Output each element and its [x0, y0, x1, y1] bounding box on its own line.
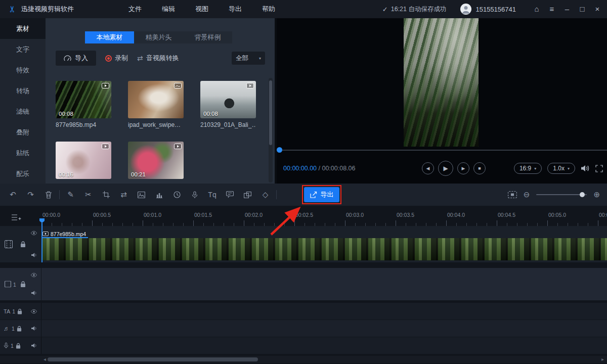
mirror-button[interactable]: ⇄	[115, 187, 133, 202]
sidebar-item-text[interactable]: 文字	[0, 39, 46, 60]
subtitle-button[interactable]: Tq	[203, 187, 221, 202]
media-item[interactable]: 00:08 877e985b.mp4	[56, 81, 111, 128]
video-track-lane[interactable]: 877e985b.mp4	[41, 226, 607, 262]
lock-icon[interactable]	[16, 343, 21, 349]
lock-icon[interactable]	[20, 241, 26, 248]
export-button[interactable]: 导出	[304, 187, 339, 202]
picture-button[interactable]	[133, 187, 150, 202]
clip-filmstrip[interactable]	[41, 238, 607, 260]
media-item[interactable]: ipad_work_swipe…	[128, 81, 184, 128]
timeline-ruler[interactable]: 00:00.0 00:00.5 00:01.0 00:01.5 00:02.0 …	[41, 210, 607, 226]
aspect-ratio-dropdown[interactable]: 16:9▾	[514, 163, 542, 174]
menu-export[interactable]: 导出	[219, 0, 252, 18]
tab-local-media[interactable]: 本地素材	[85, 31, 134, 43]
eye-icon[interactable]	[30, 272, 37, 278]
scroll-right-arrow[interactable]: ▸	[601, 356, 604, 363]
split-button[interactable]: ✂	[79, 187, 97, 202]
speaker-icon[interactable]	[31, 290, 37, 296]
scrollbar-thumb[interactable]	[48, 357, 258, 361]
menu-view[interactable]: 视图	[185, 0, 219, 18]
speed-dropdown[interactable]: 1.0x▾	[547, 163, 575, 174]
text-track-lane[interactable]	[41, 303, 607, 320]
lock-icon[interactable]	[17, 308, 22, 314]
filter-dropdown[interactable]: 全部 ▾	[232, 52, 265, 65]
sidebar-item-material[interactable]: 素材	[0, 18, 46, 39]
media-item[interactable]: 00:08 210329_01A_Bali_…	[200, 81, 256, 128]
fullscreen-button[interactable]	[595, 165, 603, 172]
voiceover-button[interactable]	[186, 187, 203, 202]
speaker-icon[interactable]	[31, 252, 37, 258]
timeline-horizontal-scrollbar[interactable]: ◂ ▸	[0, 356, 607, 363]
previous-frame-button[interactable]: ◀	[422, 162, 434, 174]
zoom-slider-handle[interactable]	[580, 192, 585, 197]
next-frame-button[interactable]: ▶	[457, 162, 469, 174]
microphone-icon[interactable]	[4, 342, 9, 349]
tab-intros[interactable]: 精美片头	[134, 31, 183, 43]
track-manager-button[interactable]	[11, 214, 21, 221]
eye-icon[interactable]	[30, 231, 37, 236]
delete-button[interactable]	[39, 187, 57, 202]
undo-button[interactable]: ↶	[4, 187, 22, 202]
duration-button[interactable]	[168, 187, 186, 202]
playhead[interactable]	[41, 223, 42, 262]
media-thumbnail[interactable]: 00:21	[128, 142, 184, 179]
speaker-icon[interactable]	[31, 326, 37, 331]
sidebar-item-overlays[interactable]: 叠附	[0, 122, 46, 143]
text-track-icon[interactable]: TA	[4, 308, 10, 314]
play-button[interactable]: ▶	[438, 161, 453, 176]
zoom-out-button[interactable]: ⊖	[524, 190, 530, 199]
main-menu-icon[interactable]: ≡	[544, 0, 559, 18]
preview-canvas[interactable]	[404, 18, 479, 147]
pip-button[interactable]	[239, 187, 256, 202]
record-button[interactable]: 录制	[105, 51, 128, 66]
media-thumbnail[interactable]: 00:16	[56, 142, 111, 179]
media-thumbnail[interactable]	[128, 81, 184, 118]
maximize-button[interactable]: □	[575, 0, 590, 18]
tab-backgrounds[interactable]: 背景样例	[183, 31, 232, 43]
timeline-clip[interactable]: 877e985b.mp4	[41, 229, 607, 259]
eye-icon[interactable]	[30, 309, 37, 314]
home-button[interactable]: ⌂	[529, 0, 544, 18]
lock-icon[interactable]	[17, 326, 22, 332]
account[interactable]: 15155156741	[460, 4, 516, 15]
overlay-track-icon[interactable]: 1	[5, 281, 16, 288]
keyframe-button[interactable]: ◇	[256, 187, 274, 202]
media-scrollbar[interactable]	[269, 78, 273, 183]
sidebar-item-effects[interactable]: 特效	[0, 60, 46, 80]
scroll-left-arrow[interactable]: ◂	[44, 356, 46, 363]
media-item[interactable]: 00:21	[128, 142, 184, 182]
menu-edit[interactable]: 编辑	[152, 0, 185, 18]
menu-help[interactable]: 帮助	[252, 0, 285, 18]
speaker-icon[interactable]	[31, 343, 37, 348]
voiceover-track-lane[interactable]	[41, 337, 607, 354]
media-thumbnail[interactable]: 00:08	[56, 81, 111, 118]
media-item[interactable]: 00:16	[56, 142, 111, 182]
video-track-icon[interactable]	[5, 240, 13, 248]
convert-button[interactable]: ⇄ 音视频转换	[137, 51, 179, 66]
zoom-slider[interactable]	[536, 194, 587, 195]
zoom-in-button[interactable]: ⊕	[593, 190, 600, 199]
speech-to-text-button[interactable]	[221, 187, 239, 202]
lock-icon[interactable]	[20, 281, 26, 288]
overlay-track-lane[interactable]	[41, 268, 607, 300]
menu-file[interactable]: 文件	[118, 0, 152, 18]
audio-wave-button[interactable]	[150, 187, 168, 202]
media-scrollbar-thumb[interactable]	[269, 80, 272, 145]
edit-button[interactable]: ✎	[62, 187, 79, 202]
media-thumbnail[interactable]: 00:08	[200, 81, 256, 118]
sidebar-item-transitions[interactable]: 转场	[0, 80, 46, 101]
minimize-button[interactable]: –	[559, 0, 575, 18]
sidebar-item-music[interactable]: 配乐	[0, 163, 46, 184]
close-button[interactable]: ×	[590, 0, 605, 18]
import-button[interactable]: 导入	[56, 51, 96, 66]
seekbar-handle[interactable]	[277, 147, 282, 153]
volume-button[interactable]	[581, 165, 590, 172]
crop-button[interactable]	[97, 187, 115, 202]
sidebar-item-stickers[interactable]: 贴纸	[0, 143, 46, 163]
fit-timeline-button[interactable]	[508, 191, 517, 198]
preview-seekbar[interactable]	[277, 150, 607, 151]
music-track-icon[interactable]: ♬	[4, 325, 10, 332]
music-track-lane[interactable]	[41, 320, 607, 337]
sidebar-item-filters[interactable]: 滤镜	[0, 101, 46, 122]
stop-button[interactable]: ■	[473, 162, 486, 174]
